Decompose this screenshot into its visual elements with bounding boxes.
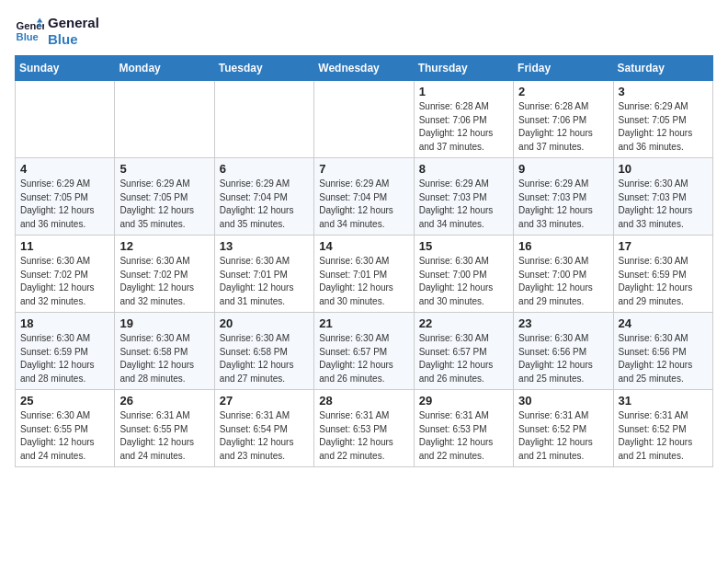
calendar-cell: 4Sunrise: 6:29 AM Sunset: 7:05 PM Daylig…	[16, 158, 115, 236]
day-info: Sunrise: 6:30 AM Sunset: 7:01 PM Dayligh…	[220, 255, 309, 308]
week-row-2: 4Sunrise: 6:29 AM Sunset: 7:05 PM Daylig…	[16, 158, 713, 236]
day-number: 10	[619, 162, 708, 176]
calendar-cell: 24Sunrise: 6:30 AM Sunset: 6:56 PM Dayli…	[613, 313, 712, 390]
weekday-header-saturday: Saturday	[613, 56, 712, 81]
calendar-cell: 1Sunrise: 6:28 AM Sunset: 7:06 PM Daylig…	[414, 81, 513, 158]
calendar-cell: 22Sunrise: 6:30 AM Sunset: 6:57 PM Dayli…	[414, 313, 513, 390]
day-info: Sunrise: 6:30 AM Sunset: 6:55 PM Dayligh…	[20, 409, 109, 463]
day-info: Sunrise: 6:30 AM Sunset: 7:02 PM Dayligh…	[20, 255, 109, 308]
day-number: 28	[319, 394, 408, 408]
weekday-header-sunday: Sunday	[16, 56, 115, 81]
calendar-cell: 14Sunrise: 6:30 AM Sunset: 7:01 PM Dayli…	[314, 236, 414, 313]
week-row-3: 11Sunrise: 6:30 AM Sunset: 7:02 PM Dayli…	[16, 236, 713, 313]
day-number: 26	[119, 394, 209, 408]
calendar: SundayMondayTuesdayWednesdayThursdayFrid…	[15, 55, 713, 467]
day-number: 31	[619, 394, 708, 408]
day-number: 8	[419, 162, 508, 176]
calendar-cell	[115, 81, 214, 158]
day-info: Sunrise: 6:29 AM Sunset: 7:03 PM Dayligh…	[518, 178, 608, 231]
logo: General Blue General Blue	[15, 15, 99, 48]
day-number: 2	[518, 85, 608, 98]
weekday-header-monday: Monday	[115, 56, 214, 81]
day-number: 14	[319, 239, 408, 253]
day-number: 23	[518, 316, 608, 330]
day-number: 1	[419, 85, 508, 98]
calendar-cell: 18Sunrise: 6:30 AM Sunset: 6:59 PM Dayli…	[16, 313, 115, 390]
calendar-cell: 21Sunrise: 6:30 AM Sunset: 6:57 PM Dayli…	[314, 313, 414, 390]
day-info: Sunrise: 6:29 AM Sunset: 7:04 PM Dayligh…	[220, 178, 309, 231]
calendar-cell: 20Sunrise: 6:30 AM Sunset: 6:58 PM Dayli…	[214, 313, 313, 390]
header: General Blue General Blue	[15, 15, 713, 48]
week-row-5: 25Sunrise: 6:30 AM Sunset: 6:55 PM Dayli…	[16, 390, 713, 467]
day-info: Sunrise: 6:30 AM Sunset: 7:00 PM Dayligh…	[518, 255, 608, 308]
day-number: 16	[518, 239, 608, 253]
calendar-cell: 15Sunrise: 6:30 AM Sunset: 7:00 PM Dayli…	[414, 236, 513, 313]
calendar-cell: 29Sunrise: 6:31 AM Sunset: 6:53 PM Dayli…	[414, 390, 513, 467]
day-info: Sunrise: 6:30 AM Sunset: 6:59 PM Dayligh…	[20, 332, 109, 385]
day-number: 30	[518, 394, 608, 408]
day-info: Sunrise: 6:30 AM Sunset: 6:57 PM Dayligh…	[419, 332, 508, 385]
calendar-cell: 12Sunrise: 6:30 AM Sunset: 7:02 PM Dayli…	[115, 236, 214, 313]
day-info: Sunrise: 6:30 AM Sunset: 6:56 PM Dayligh…	[518, 332, 608, 385]
calendar-cell: 8Sunrise: 6:29 AM Sunset: 7:03 PM Daylig…	[414, 158, 513, 236]
day-number: 9	[518, 162, 608, 176]
calendar-cell: 23Sunrise: 6:30 AM Sunset: 6:56 PM Dayli…	[514, 313, 613, 390]
day-number: 17	[619, 239, 708, 253]
calendar-cell: 25Sunrise: 6:30 AM Sunset: 6:55 PM Dayli…	[16, 390, 115, 467]
day-info: Sunrise: 6:28 AM Sunset: 7:06 PM Dayligh…	[518, 100, 608, 154]
day-number: 4	[20, 162, 109, 176]
week-row-1: 1Sunrise: 6:28 AM Sunset: 7:06 PM Daylig…	[16, 81, 713, 158]
logo-icon: General Blue	[15, 17, 44, 46]
day-number: 11	[20, 239, 109, 253]
calendar-cell	[314, 81, 414, 158]
weekday-header-wednesday: Wednesday	[314, 56, 414, 81]
calendar-cell: 30Sunrise: 6:31 AM Sunset: 6:52 PM Dayli…	[514, 390, 613, 467]
day-info: Sunrise: 6:30 AM Sunset: 6:56 PM Dayligh…	[619, 332, 708, 385]
day-number: 21	[319, 316, 408, 330]
calendar-cell: 13Sunrise: 6:30 AM Sunset: 7:01 PM Dayli…	[214, 236, 313, 313]
day-number: 5	[119, 162, 209, 176]
calendar-cell: 2Sunrise: 6:28 AM Sunset: 7:06 PM Daylig…	[514, 81, 613, 158]
day-number: 6	[220, 162, 309, 176]
day-info: Sunrise: 6:30 AM Sunset: 6:58 PM Dayligh…	[119, 332, 209, 385]
day-number: 12	[119, 239, 209, 253]
day-info: Sunrise: 6:29 AM Sunset: 7:03 PM Dayligh…	[419, 178, 508, 231]
day-number: 18	[20, 316, 109, 330]
calendar-cell: 7Sunrise: 6:29 AM Sunset: 7:04 PM Daylig…	[314, 158, 414, 236]
day-info: Sunrise: 6:31 AM Sunset: 6:54 PM Dayligh…	[220, 409, 309, 463]
day-info: Sunrise: 6:30 AM Sunset: 6:59 PM Dayligh…	[619, 255, 708, 308]
calendar-cell: 28Sunrise: 6:31 AM Sunset: 6:53 PM Dayli…	[314, 390, 414, 467]
day-info: Sunrise: 6:30 AM Sunset: 7:00 PM Dayligh…	[419, 255, 508, 308]
day-info: Sunrise: 6:28 AM Sunset: 7:06 PM Dayligh…	[419, 100, 508, 154]
day-info: Sunrise: 6:31 AM Sunset: 6:52 PM Dayligh…	[619, 409, 708, 463]
day-number: 15	[419, 239, 508, 253]
calendar-cell: 10Sunrise: 6:30 AM Sunset: 7:03 PM Dayli…	[613, 158, 712, 236]
calendar-cell: 17Sunrise: 6:30 AM Sunset: 6:59 PM Dayli…	[613, 236, 712, 313]
weekday-header-row: SundayMondayTuesdayWednesdayThursdayFrid…	[16, 56, 713, 81]
day-number: 13	[220, 239, 309, 253]
calendar-cell	[16, 81, 115, 158]
day-number: 22	[419, 316, 508, 330]
calendar-cell	[214, 81, 313, 158]
day-info: Sunrise: 6:31 AM Sunset: 6:53 PM Dayligh…	[319, 409, 408, 463]
day-info: Sunrise: 6:29 AM Sunset: 7:05 PM Dayligh…	[119, 178, 209, 231]
day-info: Sunrise: 6:31 AM Sunset: 6:53 PM Dayligh…	[419, 409, 508, 463]
calendar-cell: 3Sunrise: 6:29 AM Sunset: 7:05 PM Daylig…	[613, 81, 712, 158]
calendar-cell: 27Sunrise: 6:31 AM Sunset: 6:54 PM Dayli…	[214, 390, 313, 467]
calendar-cell: 26Sunrise: 6:31 AM Sunset: 6:55 PM Dayli…	[115, 390, 214, 467]
day-number: 7	[319, 162, 408, 176]
calendar-cell: 9Sunrise: 6:29 AM Sunset: 7:03 PM Daylig…	[514, 158, 613, 236]
calendar-cell: 11Sunrise: 6:30 AM Sunset: 7:02 PM Dayli…	[16, 236, 115, 313]
week-row-4: 18Sunrise: 6:30 AM Sunset: 6:59 PM Dayli…	[16, 313, 713, 390]
calendar-cell: 31Sunrise: 6:31 AM Sunset: 6:52 PM Dayli…	[613, 390, 712, 467]
day-number: 24	[619, 316, 708, 330]
logo-blue: Blue	[48, 31, 99, 48]
weekday-header-tuesday: Tuesday	[214, 56, 313, 81]
day-info: Sunrise: 6:30 AM Sunset: 6:57 PM Dayligh…	[319, 332, 408, 385]
calendar-cell: 19Sunrise: 6:30 AM Sunset: 6:58 PM Dayli…	[115, 313, 214, 390]
day-number: 27	[220, 394, 309, 408]
day-number: 20	[220, 316, 309, 330]
weekday-header-friday: Friday	[514, 56, 613, 81]
calendar-cell: 5Sunrise: 6:29 AM Sunset: 7:05 PM Daylig…	[115, 158, 214, 236]
day-info: Sunrise: 6:29 AM Sunset: 7:05 PM Dayligh…	[619, 100, 708, 154]
